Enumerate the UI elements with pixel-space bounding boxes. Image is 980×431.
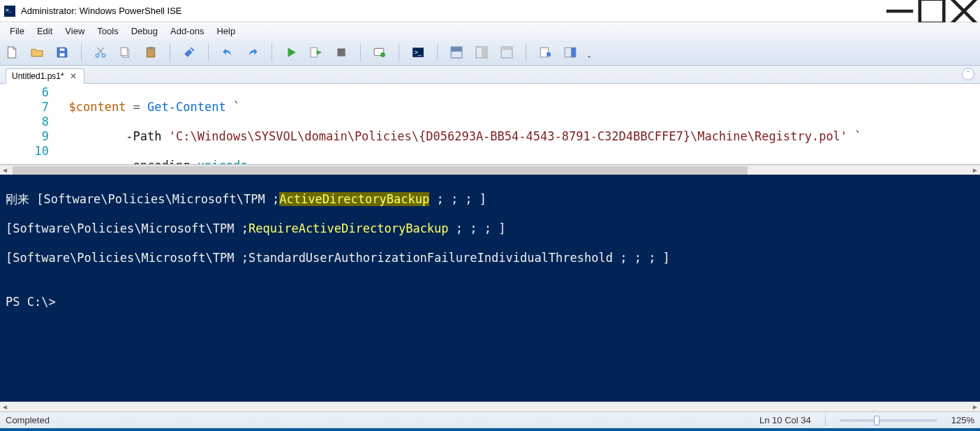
svg-rect-12 [311,48,317,57]
save-icon[interactable] [54,45,70,60]
powershell-icon [4,6,15,17]
paste-icon[interactable] [143,45,158,60]
menu-debug[interactable]: Debug [126,24,163,38]
editor-horizontal-scrollbar[interactable]: ◄► [0,165,980,175]
svg-rect-21 [482,47,487,58]
maximize-button[interactable] [916,0,948,22]
tab-row: Untitled1.ps1* ✕ ˆ [0,66,980,84]
zoom-level: 125% [951,415,974,425]
svg-point-15 [380,52,385,57]
menu-addons[interactable]: Add-ons [165,24,209,38]
status-text: Completed [6,415,50,425]
editor-code[interactable]: $content = Get-Content ` -Path 'C:\Windo… [54,84,980,164]
menu-tools[interactable]: Tools [91,24,124,38]
line-number: 7 [0,100,49,115]
svg-rect-4 [60,53,65,57]
menu-view[interactable]: View [59,24,90,38]
menu-help[interactable]: Help [211,24,241,38]
svg-point-7 [102,54,105,57]
layout-script-max-icon[interactable] [499,45,514,60]
console-pane[interactable]: 刚来 [Software\Policies\Microsoft\TPM ;Act… [0,175,980,402]
undo-icon[interactable] [220,45,235,60]
redo-icon[interactable] [245,45,260,60]
console-text: 刚来 [Software\Policies\Microsoft\TPM ; [6,192,279,206]
console-highlight: ActiveDirectoryBackup [279,192,429,206]
line-number: 6 [0,85,49,100]
script-editor[interactable]: 6 7 8 9 10 $content = Get-Content ` -Pat… [0,84,980,165]
svg-rect-5 [60,48,65,50]
console-text: ; ; ; ] [429,192,487,206]
powershell-console-icon[interactable]: >_ [410,45,426,60]
toolbar-overflow-icon[interactable]: ▾ [588,45,593,60]
layout-script-top-icon[interactable] [449,45,464,60]
run-selection-icon[interactable] [309,45,324,60]
svg-rect-1 [920,0,944,23]
line-number: 9 [0,129,49,144]
svg-rect-19 [451,47,462,52]
svg-rect-11 [149,47,154,49]
tab-untitled1[interactable]: Untitled1.ps1* ✕ [6,68,84,84]
window-title: Administrator: Windows PowerShell ISE [21,6,884,16]
show-command-addon-icon[interactable] [563,45,578,60]
svg-rect-23 [501,47,512,50]
console-text: [Software\Policies\Microsoft\TPM ;Standa… [6,251,974,265]
minimize-button[interactable] [884,0,916,22]
console-text: [Software\Policies\Microsoft\TPM ; [6,221,248,235]
zoom-slider[interactable] [840,419,937,422]
clear-icon[interactable] [181,45,197,60]
layout-script-right-icon[interactable] [474,45,489,60]
svg-text:>_: >_ [414,49,422,56]
console-prompt[interactable]: PS C:\> [6,295,974,309]
cursor-position: Ln 10 Col 34 [759,415,811,425]
menubar: File Edit View Tools Debug Add-ons Help [0,22,980,39]
tab-close-icon[interactable]: ✕ [68,71,78,81]
stop-icon[interactable] [334,45,349,60]
console-highlight: RequireActiveDirectoryBackup [248,221,449,235]
console-text: ; ; ; ] [449,221,506,235]
line-number: 8 [0,115,49,129]
editor-gutter: 6 7 8 9 10 [0,84,54,164]
collapse-editor-icon[interactable]: ˆ [962,68,974,80]
close-button[interactable] [948,0,980,22]
svg-rect-27 [571,48,576,57]
svg-rect-9 [121,48,127,55]
open-icon[interactable] [29,45,45,60]
svg-point-6 [96,54,99,57]
svg-rect-25 [547,52,551,57]
new-icon[interactable] [4,45,20,60]
run-icon[interactable] [283,45,299,60]
toolbar: >_ ▾ [0,39,980,66]
titlebar: Administrator: Windows PowerShell ISE [0,0,980,22]
remote-icon[interactable] [372,45,387,60]
cut-icon[interactable] [93,45,108,60]
svg-rect-13 [337,48,345,56]
menu-edit[interactable]: Edit [31,24,58,38]
copy-icon[interactable] [118,45,133,60]
console-horizontal-scrollbar[interactable]: ◄► [0,402,980,411]
tab-label: Untitled1.ps1* [12,71,64,81]
show-command-icon[interactable] [537,45,553,60]
line-number: 10 [0,144,49,159]
window-controls [884,0,980,22]
status-bar: Completed Ln 10 Col 34 125% [0,411,980,428]
menu-file[interactable]: File [4,24,30,38]
